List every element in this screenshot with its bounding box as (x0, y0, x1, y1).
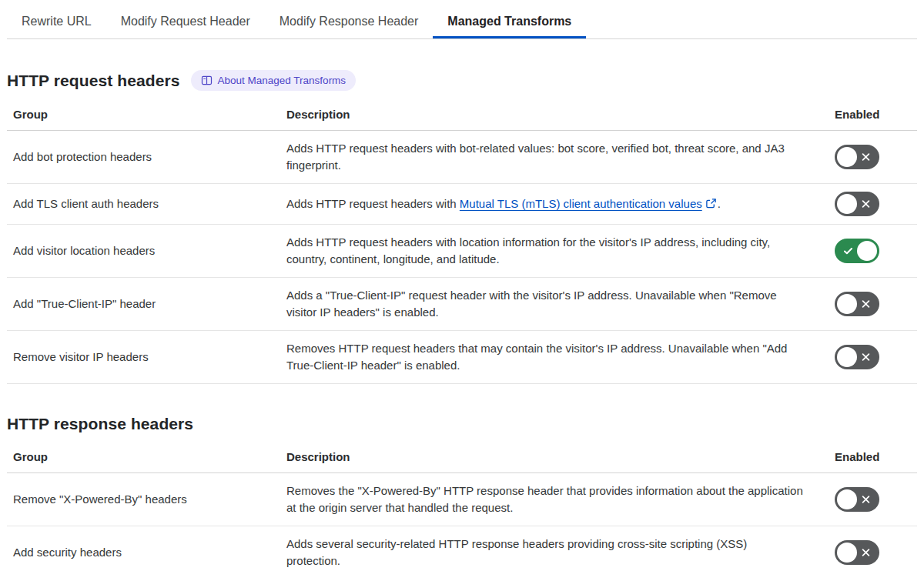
group-cell: Add security headers (7, 535, 280, 570)
toggle-knob (837, 147, 857, 167)
column-header-enabled: Enabled (835, 442, 917, 471)
badge-label: About Managed Transforms (218, 75, 346, 86)
column-header-group: Group (7, 99, 280, 130)
toggle-cell (835, 137, 917, 177)
toggle-cell (835, 284, 917, 324)
group-cell: Remove "X-Powered-By" headers (7, 482, 280, 517)
tab-modify-response-header[interactable]: Modify Response Header (265, 8, 434, 38)
description-cell: Adds HTTP request headers with bot-relat… (280, 131, 835, 183)
response-headers-table: Group Description Enabled Remove "X-Powe… (7, 441, 917, 571)
request-section-title: HTTP request headers (7, 72, 180, 90)
toggle-cell (835, 337, 917, 377)
column-header-enabled: Enabled (835, 100, 917, 129)
toggle-cell (835, 231, 917, 271)
x-icon (861, 495, 871, 505)
table-row: Add "True-Client-IP" header Adds a "True… (7, 278, 917, 331)
group-cell: Add "True-Client-IP" header (7, 286, 280, 322)
enabled-toggle[interactable] (835, 345, 879, 369)
response-headers-section: HTTP response headers Group Description … (7, 415, 917, 571)
table-row: Remove visitor IP headers Removes HTTP r… (7, 331, 917, 384)
toggle-knob (837, 294, 857, 314)
toggle-cell (835, 479, 917, 519)
tab-modify-request-header[interactable]: Modify Request Header (106, 8, 265, 38)
x-icon (861, 352, 871, 362)
external-link-icon (705, 198, 717, 209)
x-icon (861, 152, 871, 162)
x-icon (861, 199, 871, 209)
toggle-knob (837, 194, 857, 214)
tab-bar: Rewrite URL Modify Request Header Modify… (7, 8, 917, 39)
mtls-doc-link[interactable]: Mutual TLS (mTLS) client authentication … (460, 197, 702, 210)
toggle-cell (835, 533, 917, 571)
book-icon (201, 75, 213, 86)
tab-managed-transforms[interactable]: Managed Transforms (433, 8, 586, 38)
toggle-cell (835, 184, 917, 224)
request-headers-section: HTTP request headers About Managed Trans… (7, 70, 917, 384)
table-row: Add bot protection headers Adds HTTP req… (7, 131, 917, 184)
table-row: Add visitor location headers Adds HTTP r… (7, 225, 917, 278)
table-row: Add security headers Adds several securi… (7, 526, 917, 571)
description-cell: Removes HTTP request headers that may co… (280, 331, 835, 383)
response-section-title: HTTP response headers (7, 415, 193, 433)
x-icon (861, 548, 871, 558)
enabled-toggle[interactable] (835, 487, 879, 512)
request-headers-rows: Add bot protection headers Adds HTTP req… (7, 131, 917, 384)
x-icon (861, 299, 871, 309)
check-icon (843, 246, 853, 256)
about-managed-transforms-link[interactable]: About Managed Transforms (191, 70, 357, 91)
description-cell: Removes the "X-Powered-By" HTTP response… (280, 473, 835, 526)
enabled-toggle[interactable] (835, 145, 879, 169)
description-text: . (718, 197, 721, 210)
toggle-knob (837, 489, 857, 509)
column-header-description: Description (280, 441, 835, 472)
enabled-toggle[interactable] (835, 239, 879, 263)
description-cell: Adds HTTP request headers with Mutual TL… (280, 186, 835, 222)
table-row: Add TLS client auth headers Adds HTTP re… (7, 184, 917, 225)
table-header-row: Group Description Enabled (7, 441, 917, 473)
enabled-toggle[interactable] (835, 192, 879, 216)
column-header-description: Description (280, 99, 835, 130)
response-headers-rows: Remove "X-Powered-By" headers Removes th… (7, 473, 917, 571)
description-text: Adds HTTP request headers with (286, 197, 460, 210)
description-cell: Adds HTTP request headers with location … (280, 225, 835, 277)
toggle-knob (837, 347, 857, 367)
enabled-toggle[interactable] (835, 540, 879, 565)
group-cell: Add visitor location headers (7, 233, 280, 269)
table-header-row: Group Description Enabled (7, 99, 917, 131)
request-headers-table: Group Description Enabled Add bot protec… (7, 99, 917, 384)
description-cell: Adds a "True-Client-IP" request header w… (280, 278, 835, 330)
response-section-head: HTTP response headers (7, 415, 917, 433)
table-row: Remove "X-Powered-By" headers Removes th… (7, 473, 917, 526)
group-cell: Add TLS client auth headers (7, 186, 280, 222)
managed-transforms-page: Rewrite URL Modify Request Header Modify… (0, 0, 924, 571)
request-section-head: HTTP request headers About Managed Trans… (7, 70, 917, 91)
toggle-knob (837, 543, 857, 563)
description-cell: Adds several security-related HTTP respo… (280, 526, 835, 571)
enabled-toggle[interactable] (835, 292, 879, 316)
group-cell: Remove visitor IP headers (7, 339, 280, 375)
column-header-group: Group (7, 441, 280, 472)
group-cell: Add bot protection headers (7, 139, 280, 175)
toggle-knob (857, 241, 877, 261)
tab-rewrite-url[interactable]: Rewrite URL (7, 8, 106, 38)
